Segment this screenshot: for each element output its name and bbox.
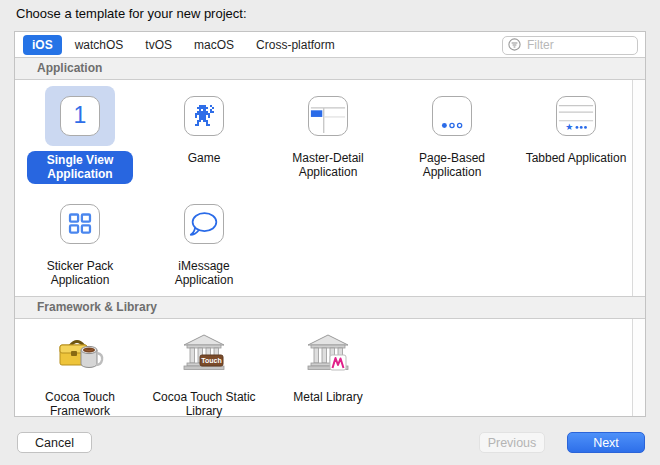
template-label: Game xyxy=(188,151,221,165)
page-title: Choose a template for your new project: xyxy=(16,6,247,21)
template-label: Sticker Pack Application xyxy=(27,259,133,287)
single-view-icon: 1 xyxy=(60,96,100,136)
template-label: Single View Application xyxy=(27,151,133,184)
template-label: Cocoa Touch Static Library xyxy=(151,390,257,418)
tab-tvos[interactable]: tvOS xyxy=(136,35,181,55)
svg-text:★: ★ xyxy=(565,122,573,132)
tab-macos[interactable]: macOS xyxy=(185,35,243,55)
filter-field xyxy=(502,35,638,54)
tabbed-icon: ★ xyxy=(556,96,596,136)
bank-touch-icon: Touch xyxy=(179,330,229,380)
template-item-master-detail-application[interactable]: Master-Detail Application xyxy=(266,80,390,188)
section-header-framework-library: Framework & Library xyxy=(15,296,645,319)
template-item-cocoa-touch-framework[interactable]: Cocoa Touch Framework xyxy=(18,319,142,418)
framework-template-grid: Cocoa Touch Framework xyxy=(15,319,645,418)
section-header-application: Application xyxy=(15,57,645,80)
tab-ios[interactable]: iOS xyxy=(23,35,62,55)
template-item-cocoa-touch-static-library[interactable]: Touch Cocoa Touch Static Library xyxy=(142,319,266,418)
template-item-sticker-pack-application[interactable]: Sticker Pack Application xyxy=(18,188,142,296)
selection-highlight: 1 xyxy=(45,86,115,146)
template-item-metal-library[interactable]: Metal Library xyxy=(266,319,390,418)
template-label: Page-Based Application xyxy=(399,151,505,179)
tab-cross-platform[interactable]: Cross-platform xyxy=(247,35,344,55)
scrollbar-track[interactable] xyxy=(632,57,645,416)
game-icon xyxy=(184,96,224,136)
template-label: Cocoa Touch Framework xyxy=(27,390,133,418)
template-item-single-view-application[interactable]: 1 Single View Application xyxy=(18,80,142,188)
template-label: Tabbed Application xyxy=(526,151,627,165)
single-view-icon-number: 1 xyxy=(74,104,87,129)
new-project-dialog: { "window": { "title": "Choose a templat… xyxy=(0,0,660,465)
master-detail-icon xyxy=(308,96,348,136)
imessage-icon xyxy=(184,204,224,244)
filter-input[interactable] xyxy=(502,36,638,55)
next-button[interactable]: Next xyxy=(567,432,645,453)
template-item-game[interactable]: Game xyxy=(142,80,266,188)
sticker-pack-icon xyxy=(60,204,100,244)
previous-button[interactable]: Previous xyxy=(479,432,545,453)
template-item-imessage-application[interactable]: iMessage Application xyxy=(142,188,266,296)
template-label: Master-Detail Application xyxy=(275,151,381,179)
toolbox-icon xyxy=(55,330,105,380)
template-item-page-based-application[interactable]: Page-Based Application xyxy=(390,80,514,188)
touch-badge-label: Touch xyxy=(201,357,221,364)
filter-icon xyxy=(508,38,521,51)
page-based-icon xyxy=(432,96,472,136)
template-label: iMessage Application xyxy=(151,259,257,287)
template-label: Metal Library xyxy=(293,390,362,404)
template-item-tabbed-application[interactable]: ★ Tabbed Application xyxy=(514,80,638,188)
templates-panel: iOS watchOS tvOS macOS Cross-platform Ap… xyxy=(14,31,646,417)
tab-watchos[interactable]: watchOS xyxy=(66,35,133,55)
application-template-grid: 1 Single View Application xyxy=(15,80,645,296)
bank-metal-icon xyxy=(303,330,353,380)
cancel-button[interactable]: Cancel xyxy=(17,432,92,453)
platform-tabbar: iOS watchOS tvOS macOS Cross-platform xyxy=(15,32,645,57)
